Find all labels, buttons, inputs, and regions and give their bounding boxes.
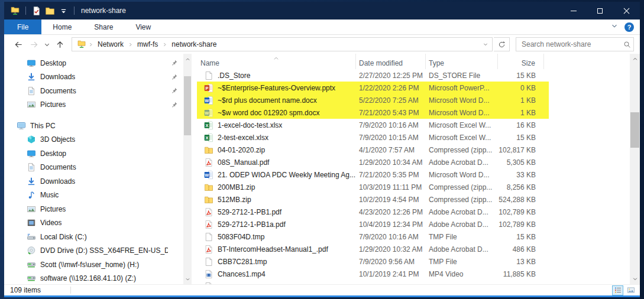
sidebar-item-pictures[interactable]: Pictures	[4, 202, 183, 216]
svg-text:W: W	[205, 172, 209, 177]
details-view-icon	[614, 286, 622, 294]
tab-view[interactable]: View	[124, 20, 162, 34]
file-row-08s-manual-pdf[interactable]: 08S_Manual.pdf1/29/2020 10:34 AMAdobe Ac…	[197, 156, 630, 168]
expand-ribbon-icon[interactable]	[610, 22, 619, 32]
sidebar-item-desktop[interactable]: Desktop	[4, 147, 183, 161]
sidebar-item-scott-mwf-fs-user-home-h[interactable]: Scott (\\mwf-fs\user_home) (H:)	[4, 258, 183, 272]
sidebar-item-documents[interactable]: Documents	[4, 84, 183, 98]
file-row-chances1-mp4[interactable]: Chances1.mp410/1/2019 2:41 PMMP4 Video11…	[197, 268, 630, 280]
thumbnails-view-button[interactable]	[625, 285, 636, 295]
forward-button[interactable]	[27, 37, 41, 51]
sidebar-item-label: Music	[40, 191, 59, 199]
sidebar-item-label: Local Disk (C:)	[40, 233, 87, 241]
file-row-529-2712-1-pb1-pdf[interactable]: 529-2712-1-PB1.pdf4/23/2020 12:26 PMAdob…	[197, 206, 630, 218]
sidebar-scrollbar-thumb[interactable]	[184, 76, 191, 135]
tab-share[interactable]: Share	[83, 20, 124, 34]
sidebar-item-label: Pictures	[40, 205, 66, 213]
main-area: DesktopDownloadsDocumentsPicturesThis PC…	[4, 54, 640, 284]
file-size: 524,288 KB	[498, 196, 544, 204]
column-header-date-modified[interactable]: Date modified	[356, 54, 426, 69]
search-input[interactable]	[516, 40, 620, 48]
sidebar-item-label: Documents	[40, 87, 76, 95]
up-button[interactable]	[53, 37, 67, 51]
pin-icon	[170, 59, 178, 67]
file-date-modified: 7/9/2020 9:56 AM	[356, 258, 426, 266]
file-date-modified: 7/9/2020 10:15 AM	[356, 134, 426, 142]
file-row-200mb1-zip[interactable]: 200MB1.zip10/3/2019 11:11 PMCompressed (…	[197, 181, 630, 193]
sidebar-item-software-192-168-41-10-z[interactable]: software (\\192.168.41.10) (Z:)	[4, 272, 183, 285]
qat-dropdown-icon[interactable]	[59, 6, 69, 16]
sidebar-item-dvd-drive-d-sss-x64fre-en-us-dv9[interactable]: DVD Drive (D:) SSS_X64FRE_EN-US_DV9	[4, 244, 183, 258]
maximize-button[interactable]	[587, 2, 613, 20]
pin-icon	[170, 73, 178, 81]
pictures-icon	[27, 204, 36, 214]
sidebar-item-local-disk-c[interactable]: Local Disk (C:)	[4, 230, 183, 244]
file-row-bt-intercomheadset-manual1-pdf[interactable]: BT-IntercomHeadset-Manual1_.pdf1/29/2020…	[197, 243, 630, 255]
titlebar: network-share	[4, 2, 640, 20]
sidebar-item-this-pc[interactable]: This PC	[4, 119, 183, 133]
sidebar-item-desktop[interactable]: Desktop	[4, 56, 183, 70]
sidebar-item-downloads[interactable]: Downloads	[4, 174, 183, 188]
file-size: 8,256 KB	[498, 183, 544, 191]
file-type: Microsoft Word D...	[426, 109, 498, 117]
file-row-2-test-excel-xlsx[interactable]: X2-test-excel.xlsx7/9/2020 10:15 AMMicro…	[197, 131, 630, 144]
breadcrumb-mwf-fs[interactable]: mwf-fs	[134, 38, 161, 51]
file-row-cbb7c281-tmp[interactable]: CBB7C281.tmp7/9/2020 9:56 AMTMP File13 K…	[197, 255, 630, 268]
file-row-529-2712-1-pb1a-pdf[interactable]: 529-2712-1-PB1a.pdf10/4/2019 12:34 PMAdo…	[197, 218, 630, 230]
details-view-button[interactable]	[612, 285, 623, 295]
breadcrumb-chevron-icon[interactable]	[161, 42, 168, 47]
tab-home[interactable]: Home	[41, 20, 83, 34]
address-bar[interactable]: Networkmwf-fsnetwork-share	[72, 37, 493, 51]
column-header-size[interactable]: Size	[498, 54, 544, 69]
sidebar-scrollbar[interactable]	[183, 54, 192, 284]
refresh-button[interactable]	[494, 37, 510, 51]
file-row-rd-plus-document-name-docx[interactable]: W~$rd plus document name.docx5/22/2020 7…	[197, 94, 630, 106]
search-icon[interactable]	[620, 41, 633, 48]
scroll-down-icon[interactable]	[183, 275, 192, 283]
list-scrollbar-thumb[interactable]	[630, 112, 639, 148]
file-row-enterprise-features-overview-pptx[interactable]: P~$Enterprise-Features-Overview.pptx1/22…	[197, 82, 630, 94]
file-row-w-word-doc-012920-spm-docx[interactable]: W~$w word doc 012920 spm.docx7/21/2020 5…	[197, 106, 630, 119]
column-header-name[interactable]: Name	[197, 54, 356, 69]
breadcrumb-network-share[interactable]: network-share	[168, 38, 220, 51]
close-button[interactable]	[613, 2, 640, 20]
properties-check-icon[interactable]	[31, 6, 41, 16]
file-row-21-odep-wioa-pdc-weekly-meeting-ag[interactable]: W21. ODEP WIOA PDC Weekly Meeting Ag...7…	[197, 168, 630, 181]
file-row-ds-store[interactable]: .DS_Store2/27/2020 12:25 PMDS_STORE File…	[197, 69, 630, 82]
scroll-up-icon[interactable]	[630, 54, 640, 64]
minimize-button[interactable]	[560, 2, 587, 20]
scroll-up-icon[interactable]	[183, 55, 192, 63]
column-header-type[interactable]: Type	[426, 54, 498, 69]
file-row-partial[interactable]	[197, 280, 630, 284]
breadcrumb-network[interactable]: Network	[94, 38, 127, 51]
sidebar-item-documents[interactable]: Documents	[4, 161, 183, 175]
list-scrollbar[interactable]	[630, 54, 640, 284]
help-icon[interactable]: ?	[624, 22, 634, 32]
new-folder-icon[interactable]	[45, 6, 55, 16]
file-type: Compressed (zipp...	[426, 146, 498, 154]
file-size: 16 KB	[498, 121, 544, 129]
file-row-512mb-zip[interactable]: 512MB.zip10/2/2019 4:54 PMCompressed (zi…	[197, 193, 630, 206]
sidebar-item-downloads[interactable]: Downloads	[4, 70, 183, 84]
sidebar-item-3d-objects[interactable]: 3D Objects	[4, 133, 183, 147]
sidebar-item-music[interactable]: Music	[4, 188, 183, 203]
sidebar-item-videos[interactable]: Videos	[4, 216, 183, 230]
file-row-04-01-2020-zip[interactable]: 04-01-2020.zip4/1/2020 7:57 AMCompressed…	[197, 144, 630, 156]
recent-locations-icon[interactable]	[42, 37, 51, 51]
scroll-down-icon[interactable]	[630, 274, 640, 284]
back-button[interactable]	[11, 37, 25, 51]
tab-file[interactable]: File	[4, 20, 41, 34]
file-name: 2-test-excel.xlsx	[218, 134, 268, 142]
pdf-icon	[204, 245, 213, 254]
file-row-1-excel-doc-test-xlsx[interactable]: X1-excel-doc-test.xlsx7/9/2020 10:16 AMM…	[197, 119, 630, 131]
file-name: 529-2712-1-PB1.pdf	[218, 208, 281, 216]
sidebar-group-gap	[4, 112, 183, 119]
column-headers: NameDate modifiedTypeSize	[197, 54, 630, 69]
sidebar-item-pictures[interactable]: Pictures	[4, 98, 183, 112]
breadcrumb-chevron-icon[interactable]	[127, 42, 134, 47]
downloads-icon	[27, 177, 36, 186]
file-row-5083f04d-tmp[interactable]: 5083F04D.tmp7/9/2020 10:16 AMTMP File15 …	[197, 230, 630, 243]
address-dropdown-icon[interactable]	[479, 41, 492, 48]
file-date-modified: 10/3/2019 11:11 PM	[356, 183, 426, 191]
sidebar-item-label: Desktop	[40, 59, 66, 67]
